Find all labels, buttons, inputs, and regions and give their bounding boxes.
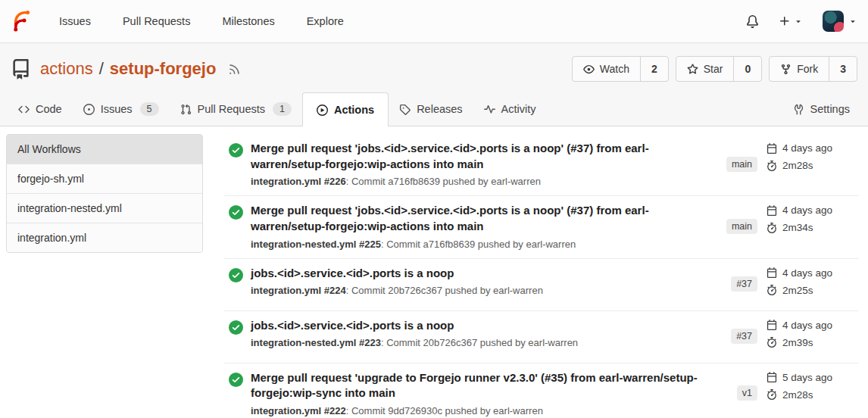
navbar-item-issues[interactable]: Issues (59, 15, 91, 27)
workflow-run-row: jobs.<id>.service.<id>.ports is a noop i… (224, 311, 859, 363)
workflow-run-list: Merge pull request 'jobs.<id>.service.<i… (224, 134, 859, 418)
sidebar-item-forgejo-sh[interactable]: forgejo-sh.yml (7, 164, 202, 194)
play-circle-icon (317, 104, 328, 116)
run-time: 4 days ago (782, 320, 832, 331)
stopwatch-icon (767, 285, 777, 295)
ref-badge[interactable]: #37 (731, 329, 757, 344)
run-subtitle: integration.yml #222: Commit 9dd726930c … (251, 405, 723, 416)
tag-icon (399, 104, 411, 115)
user-menu[interactable] (823, 11, 857, 32)
forgejo-logo-icon[interactable] (11, 10, 33, 33)
run-duration: 2m39s (782, 337, 813, 348)
issues-count-badge: 5 (140, 102, 159, 116)
run-title[interactable]: Merge pull request 'jobs.<id>.service.<i… (251, 141, 720, 172)
run-meta: 4 days ago 2m28s (767, 141, 859, 177)
workflow-run-row: Merge pull request 'upgrade to Forgejo r… (224, 363, 859, 418)
stopwatch-icon (767, 161, 777, 171)
run-time: 4 days ago (782, 267, 832, 279)
repo-action-buttons: Watch 2 Star 0 Fork 3 (572, 56, 857, 82)
workflows-sidebar: All Workflows forgejo-sh.yml integration… (6, 134, 203, 253)
chevron-down-icon (848, 17, 857, 26)
run-time: 4 days ago (782, 204, 832, 216)
tab-activity[interactable]: Activity (473, 92, 547, 126)
run-duration: 2m28s (782, 389, 813, 401)
star-count[interactable]: 0 (733, 57, 761, 81)
sidebar-item-integration-nested[interactable]: integration-nested.yml (7, 194, 202, 223)
calendar-icon (767, 372, 777, 382)
run-title[interactable]: Merge pull request 'upgrade to Forgejo r… (251, 370, 723, 401)
run-time: 5 days ago (782, 372, 832, 383)
calendar-icon (767, 143, 777, 154)
watch-button[interactable]: Watch 2 (572, 56, 669, 82)
success-check-icon (229, 268, 243, 282)
issue-opened-icon (83, 104, 95, 115)
sidebar-item-integration[interactable]: integration.yml (7, 223, 202, 252)
repo-owner-link[interactable]: actions (40, 59, 93, 79)
notifications-bell-icon[interactable] (746, 15, 759, 28)
stopwatch-icon (767, 337, 777, 348)
sidebar-item-all-workflows[interactable]: All Workflows (7, 135, 202, 164)
calendar-icon (767, 320, 777, 330)
tab-releases[interactable]: Releases (389, 92, 473, 126)
run-subtitle: integration.yml #224: Commit 20b726c367 … (251, 285, 723, 296)
run-subtitle: integration-nested.yml #225: Commit a716… (251, 239, 720, 250)
eye-icon (583, 64, 595, 75)
fork-icon (780, 64, 792, 75)
breadcrumb: actions / setup-forgejo (40, 59, 241, 79)
repo-tabbar: Code Issues 5 Pull Requests 1 Actions Re… (0, 92, 868, 126)
repo-name-link[interactable]: setup-forgejo (110, 59, 217, 79)
navbar-item-explore[interactable]: Explore (307, 15, 344, 27)
run-meta: 4 days ago 2m25s (767, 266, 859, 302)
workflow-run-row: Merge pull request 'jobs.<id>.service.<i… (224, 134, 859, 196)
tab-pull-requests[interactable]: Pull Requests 1 (170, 92, 302, 126)
tab-settings[interactable]: Settings (782, 92, 860, 126)
navbar-item-milestones[interactable]: Milestones (222, 15, 274, 27)
git-pull-request-icon (180, 104, 192, 115)
success-check-icon (229, 373, 243, 387)
run-duration: 2m34s (782, 222, 813, 233)
watch-count[interactable]: 2 (640, 57, 668, 81)
run-subtitle: integration.yml #226: Commit a716fb8639 … (251, 176, 720, 187)
actions-page-content: All Workflows forgejo-sh.yml integration… (0, 126, 868, 418)
plus-icon (779, 15, 791, 27)
pulse-icon (484, 104, 495, 115)
stopwatch-icon (767, 389, 777, 400)
navbar-right (746, 11, 857, 32)
repo-book-icon (11, 59, 31, 80)
tab-code[interactable]: Code (8, 92, 73, 126)
star-icon (687, 64, 698, 75)
run-meta: 4 days ago 2m39s (767, 318, 859, 354)
run-time: 4 days ago (782, 142, 832, 154)
workflow-run-row: jobs.<id>.service.<id>.ports is a noop i… (224, 259, 859, 311)
run-title[interactable]: Merge pull request 'jobs.<id>.service.<i… (251, 203, 720, 234)
ref-badge[interactable]: v1 (737, 385, 757, 401)
success-check-icon (229, 143, 243, 158)
ref-badge[interactable]: main (726, 157, 757, 172)
ref-badge[interactable]: main (726, 219, 757, 234)
ref-badge[interactable]: #37 (731, 276, 757, 292)
success-check-icon (229, 320, 243, 335)
rss-icon[interactable] (228, 63, 241, 76)
top-navbar: Issues Pull Requests Milestones Explore (0, 0, 868, 43)
calendar-icon (767, 205, 777, 216)
fork-button[interactable]: Fork 3 (769, 56, 857, 82)
avatar (823, 11, 844, 32)
fork-count[interactable]: 3 (829, 57, 857, 81)
pull-requests-count-badge: 1 (273, 102, 292, 116)
tab-issues[interactable]: Issues 5 (73, 92, 170, 126)
run-subtitle: integration-nested.yml #223: Commit 20b7… (251, 337, 723, 348)
create-new-dropdown[interactable] (779, 15, 803, 27)
tools-icon (793, 104, 804, 115)
workflow-run-row: Merge pull request 'jobs.<id>.service.<i… (224, 196, 859, 258)
navbar-links: Issues Pull Requests Milestones Explore (59, 15, 344, 27)
run-meta: 5 days ago 2m28s (767, 370, 859, 407)
success-check-icon (229, 205, 243, 220)
navbar-item-pull-requests[interactable]: Pull Requests (123, 15, 190, 27)
run-title[interactable]: jobs.<id>.service.<id>.ports is a noop (251, 266, 723, 282)
star-button[interactable]: Star 0 (676, 56, 762, 82)
run-duration: 2m28s (782, 160, 813, 171)
run-title[interactable]: jobs.<id>.service.<id>.ports is a noop (251, 318, 723, 334)
breadcrumb-separator: / (99, 59, 104, 79)
tab-actions[interactable]: Actions (302, 92, 389, 126)
stopwatch-icon (767, 223, 777, 233)
